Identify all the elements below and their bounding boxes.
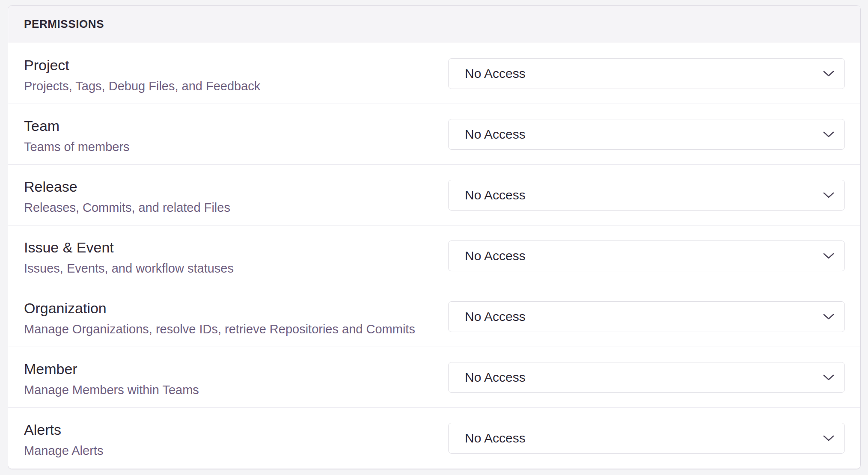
permission-description: Manage Organizations, resolve IDs, retri… [24,322,448,336]
permission-row-project: Project Projects, Tags, Debug Files, and… [8,43,860,104]
issue-event-access-select[interactable]: No Access [448,240,845,271]
permission-text-block: Team Teams of members [24,115,448,154]
permission-text-block: Release Releases, Commits, and related F… [24,175,448,215]
select-value: No Access [465,66,526,81]
permission-row-team: Team Teams of members No Access [8,104,860,165]
permission-row-organization: Organization Manage Organizations, resol… [8,286,860,347]
select-value: No Access [465,249,526,263]
permission-title: Organization [24,300,448,317]
permission-description: Manage Alerts [24,444,448,458]
chevron-down-icon [823,131,834,138]
permission-description: Projects, Tags, Debug Files, and Feedbac… [24,79,448,93]
permission-row-alerts: Alerts Manage Alerts No Access [8,408,860,469]
permission-text-block: Issue & Event Issues, Events, and workfl… [24,236,448,276]
select-value: No Access [465,431,526,445]
select-value: No Access [465,127,526,142]
permission-description: Releases, Commits, and related Files [24,201,448,215]
permission-title: Issue & Event [24,239,448,256]
release-access-select[interactable]: No Access [448,180,845,211]
permission-title: Alerts [24,421,448,438]
permission-text-block: Member Manage Members within Teams [24,358,448,397]
chevron-down-icon [823,192,834,199]
chevron-down-icon [823,374,834,381]
permission-title: Team [24,117,448,134]
panel-header-title: PERMISSIONS [24,18,104,31]
chevron-down-icon [823,252,834,259]
permission-description: Teams of members [24,140,448,154]
permission-text-block: Alerts Manage Alerts [24,419,448,458]
select-value: No Access [465,188,526,202]
chevron-down-icon [823,313,834,320]
organization-access-select[interactable]: No Access [448,301,845,332]
project-access-select[interactable]: No Access [448,58,845,89]
permission-title: Release [24,178,448,195]
select-value: No Access [465,370,526,385]
chevron-down-icon [823,70,834,77]
team-access-select[interactable]: No Access [448,119,845,150]
permission-description: Manage Members within Teams [24,383,448,397]
permission-row-release: Release Releases, Commits, and related F… [8,165,860,226]
permission-title: Project [24,56,448,74]
permission-text-block: Project Projects, Tags, Debug Files, and… [24,54,448,93]
member-access-select[interactable]: No Access [448,362,845,393]
permissions-panel: PERMISSIONS Project Projects, Tags, Debu… [8,5,861,469]
alerts-access-select[interactable]: No Access [448,423,845,454]
permission-title: Member [24,360,448,377]
permission-row-issue-event: Issue & Event Issues, Events, and workfl… [8,226,860,286]
panel-header: PERMISSIONS [8,6,860,43]
chevron-down-icon [823,435,834,442]
permission-description: Issues, Events, and workflow statuses [24,261,448,276]
permission-row-member: Member Manage Members within Teams No Ac… [8,347,860,408]
permission-text-block: Organization Manage Organizations, resol… [24,297,448,336]
select-value: No Access [465,309,526,324]
